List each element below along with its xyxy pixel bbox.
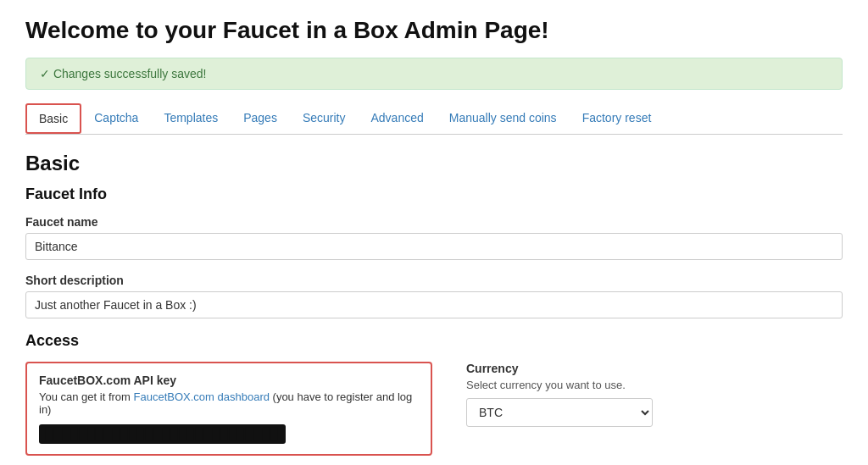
api-key-value: ████████████████████████████ xyxy=(39,424,286,444)
short-description-group: Short description xyxy=(25,274,843,318)
access-heading: Access xyxy=(25,332,843,350)
currency-label: Currency xyxy=(466,362,653,375)
api-key-desc-before: You can get it from xyxy=(39,390,134,403)
faucet-name-group: Faucet name xyxy=(25,215,843,260)
api-key-title: FaucetBOX.com API key xyxy=(39,374,419,387)
tab-pages[interactable]: Pages xyxy=(231,103,290,134)
api-key-link[interactable]: FaucetBOX.com dashboard xyxy=(134,390,270,403)
nav-tabs: Basic Captcha Templates Pages Security A… xyxy=(25,103,843,135)
page-title: Welcome to your Faucet in a Box Admin Pa… xyxy=(25,17,843,44)
api-key-box: FaucetBOX.com API key You can get it fro… xyxy=(25,362,432,456)
tab-manually-send-coins[interactable]: Manually send coins xyxy=(437,103,570,134)
alert-text: ✓ Changes successfully saved! xyxy=(40,67,206,80)
access-row: FaucetBOX.com API key You can get it fro… xyxy=(25,362,843,456)
success-alert: ✓ Changes successfully saved! xyxy=(25,58,843,90)
faucet-info-heading: Faucet Info xyxy=(25,185,843,203)
tab-captcha[interactable]: Captcha xyxy=(81,103,151,134)
tab-security[interactable]: Security xyxy=(290,103,359,134)
tab-factory-reset[interactable]: Factory reset xyxy=(570,103,665,134)
currency-select[interactable]: BTC LTC DOGE ETH xyxy=(466,398,653,427)
api-key-description: You can get it from FaucetBOX.com dashbo… xyxy=(39,390,419,416)
currency-box: Currency Select currency you want to use… xyxy=(466,362,653,427)
short-description-label: Short description xyxy=(25,274,843,287)
faucet-name-input[interactable] xyxy=(25,233,843,260)
tab-advanced[interactable]: Advanced xyxy=(358,103,436,134)
faucet-name-label: Faucet name xyxy=(25,215,843,229)
section-title: Basic xyxy=(25,152,843,175)
short-description-input[interactable] xyxy=(25,291,843,318)
currency-description: Select currency you want to use. xyxy=(466,379,653,391)
tab-basic[interactable]: Basic xyxy=(25,103,81,134)
tab-templates[interactable]: Templates xyxy=(151,103,231,134)
